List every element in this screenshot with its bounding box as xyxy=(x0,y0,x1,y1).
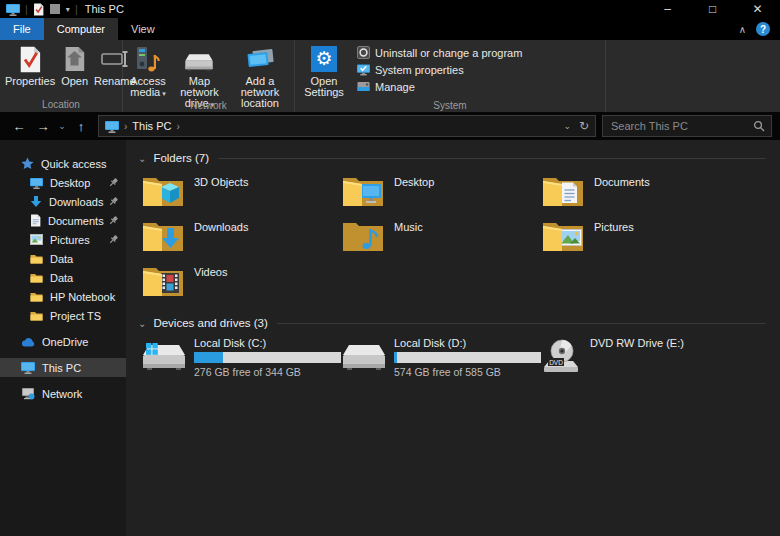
customize-toolbar-dropdown-icon[interactable]: ▾ xyxy=(66,5,70,14)
close-button[interactable]: ✕ xyxy=(735,0,780,18)
sidebar-item-hp-notebook[interactable]: HP Notebook xyxy=(0,287,126,306)
folder-tile-videos[interactable]: Videos xyxy=(141,262,341,307)
help-icon[interactable]: ? xyxy=(756,22,770,36)
sidebar-item-quick-access[interactable]: Quick access xyxy=(0,154,126,173)
drive-name: Local Disk (C:) xyxy=(194,337,341,349)
folder-name: Desktop xyxy=(394,176,434,188)
folder-icon xyxy=(30,310,43,321)
button-label: System properties xyxy=(375,64,464,76)
cloud-icon xyxy=(21,337,35,347)
back-icon[interactable]: ← xyxy=(8,119,30,134)
sidebar-item-downloads[interactable]: Downloads xyxy=(0,192,126,211)
capacity-bar-fill xyxy=(194,352,223,363)
drive-tile-c[interactable]: Local Disk (C:) 276 GB free of 344 GB xyxy=(141,337,341,378)
window-controls: – □ ✕ xyxy=(645,0,780,18)
folders-grid: 3D Objects Desktop xyxy=(141,172,766,307)
uninstall-icon xyxy=(357,46,370,59)
folder-tile-3d-objects[interactable]: 3D Objects xyxy=(141,172,341,217)
manage-button[interactable]: Manage xyxy=(357,78,522,95)
drive-name: DVD RW Drive (E:) xyxy=(590,337,738,349)
sidebar-item-data-1[interactable]: Data xyxy=(0,249,126,268)
pin-icon[interactable] xyxy=(108,215,119,226)
folder-tile-music[interactable]: Music xyxy=(341,217,541,262)
properties-icon[interactable] xyxy=(33,3,44,16)
search-input[interactable] xyxy=(609,119,753,133)
button-label: Open xyxy=(61,76,88,87)
forward-icon[interactable]: → xyxy=(32,119,54,134)
sidebar-item-pictures[interactable]: Pictures xyxy=(0,230,126,249)
section-header-devices[interactable]: ⌄ Devices and drives (3) xyxy=(138,317,766,329)
pin-icon[interactable] xyxy=(108,196,119,207)
pictures-folder-icon xyxy=(541,217,585,255)
address-dropdown-icon[interactable]: ⌄ xyxy=(563,121,571,131)
this-pc-icon xyxy=(6,3,20,16)
gear-glyph: ⚙ xyxy=(311,46,337,72)
sidebar-item-this-pc[interactable]: This PC xyxy=(0,358,126,377)
map-network-drive-icon xyxy=(184,44,214,74)
sidebar-item-documents[interactable]: Documents xyxy=(0,211,126,230)
dropdown-arrow-icon: ▾ xyxy=(162,90,166,97)
maximize-button[interactable]: □ xyxy=(690,0,735,18)
search-box[interactable] xyxy=(602,115,772,137)
sidebar-item-label: Quick access xyxy=(41,158,106,170)
sidebar-item-network[interactable]: Network xyxy=(0,384,126,403)
sidebar-item-project-ts[interactable]: Project TS xyxy=(0,306,126,325)
open-settings-button[interactable]: ⚙ Open Settings xyxy=(297,43,351,99)
divider xyxy=(218,158,766,159)
folder-icon xyxy=(30,253,43,264)
add-network-location-icon xyxy=(245,44,275,74)
drive-name: Local Disk (D:) xyxy=(394,337,541,349)
divider xyxy=(277,323,766,324)
document-icon xyxy=(30,214,41,227)
picture-icon xyxy=(30,234,43,245)
uninstall-program-button[interactable]: Uninstall or change a program xyxy=(357,44,522,61)
search-icon[interactable] xyxy=(753,120,765,132)
breadcrumb-separator-icon[interactable]: › xyxy=(176,121,179,132)
new-folder-icon[interactable] xyxy=(49,3,61,15)
breadcrumb-this-pc[interactable]: This PC xyxy=(132,120,171,132)
drive-tile-d[interactable]: Local Disk (D:) 574 GB free of 585 GB xyxy=(341,337,541,378)
section-header-folders[interactable]: ⌄ Folders (7) xyxy=(138,152,766,164)
folder-tile-downloads[interactable]: Downloads xyxy=(141,217,341,262)
pin-icon[interactable] xyxy=(108,177,119,188)
folder-tile-desktop[interactable]: Desktop xyxy=(341,172,541,217)
open-button[interactable]: Open xyxy=(58,43,91,88)
ribbon-group-location: Properties Open xyxy=(0,40,123,112)
collapse-ribbon-icon[interactable]: ∧ xyxy=(739,24,746,35)
title-bar: | ▾ | This PC – □ ✕ xyxy=(0,0,780,18)
folder-tile-pictures[interactable]: Pictures xyxy=(541,217,741,262)
navigation-bar: ← → ⌄ ↑ › This PC › ⌄ ↻ xyxy=(0,112,780,140)
refresh-icon[interactable]: ↻ xyxy=(579,119,589,133)
tab-view[interactable]: View xyxy=(118,18,168,40)
chevron-down-icon[interactable]: ⌄ xyxy=(138,318,146,329)
manage-icon xyxy=(357,80,370,93)
folder-name: Downloads xyxy=(194,221,248,233)
this-pc-icon xyxy=(105,120,119,133)
tab-computer[interactable]: Computer xyxy=(44,18,118,40)
sidebar-item-onedrive[interactable]: OneDrive xyxy=(0,332,126,351)
sidebar-item-label: This PC xyxy=(42,362,81,374)
folder-icon xyxy=(30,272,43,283)
minimize-button[interactable]: – xyxy=(645,0,690,18)
properties-button[interactable]: Properties xyxy=(2,43,58,88)
pin-icon[interactable] xyxy=(108,234,119,245)
sidebar-item-label: Pictures xyxy=(50,234,90,246)
address-bar[interactable]: › This PC › ⌄ ↻ xyxy=(98,115,596,137)
recent-locations-dropdown-icon[interactable]: ⌄ xyxy=(56,121,68,131)
drive-free-space: 276 GB free of 344 GB xyxy=(194,366,341,378)
group-label-system: System xyxy=(295,99,605,112)
drive-tile-e[interactable]: DVD DVD RW Drive (E:) xyxy=(541,337,741,378)
sidebar-item-desktop[interactable]: Desktop xyxy=(0,173,126,192)
access-media-button[interactable]: Access media▾ xyxy=(125,43,171,100)
download-arrow-icon xyxy=(30,195,42,208)
system-small-buttons: Uninstall or change a program System pro… xyxy=(357,43,522,95)
tab-file[interactable]: File xyxy=(0,18,44,40)
system-properties-button[interactable]: System properties xyxy=(357,61,522,78)
dvd-badge: DVD xyxy=(549,359,563,366)
sidebar-item-data-2[interactable]: Data xyxy=(0,268,126,287)
chevron-down-icon[interactable]: ⌄ xyxy=(138,153,146,164)
drive-info: Local Disk (C:) 276 GB free of 344 GB xyxy=(194,337,341,378)
up-icon[interactable]: ↑ xyxy=(70,119,92,134)
folder-name: 3D Objects xyxy=(194,176,248,188)
folder-tile-documents[interactable]: Documents xyxy=(541,172,741,217)
